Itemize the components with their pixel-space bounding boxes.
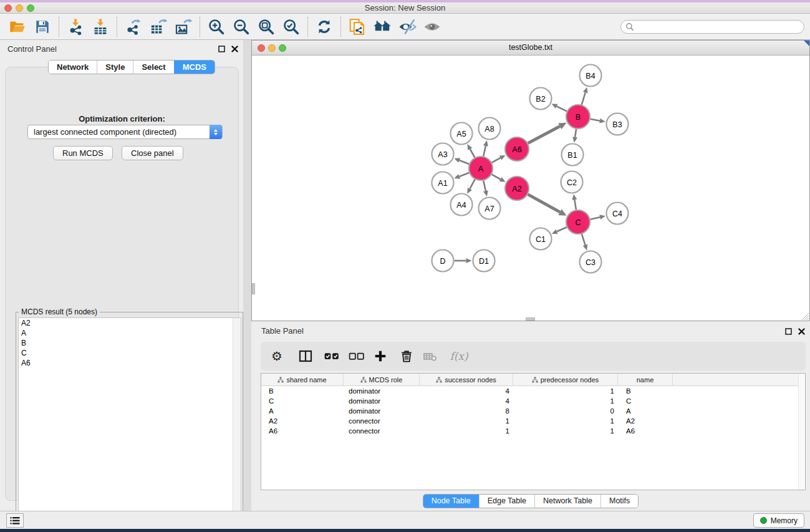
deselect-all-rows-button[interactable] [346, 345, 367, 367]
table-cell[interactable]: A6 [618, 426, 673, 436]
table-cell[interactable]: 1 [513, 426, 618, 436]
edge-C-C4[interactable] [591, 217, 600, 219]
delete-column-button[interactable] [396, 345, 417, 367]
export-image-button[interactable] [171, 16, 196, 38]
float-panel-icon[interactable] [785, 328, 792, 335]
network-canvas[interactable]: B4B2BB3A8A5A6A3B1AC2A1A2A4A7C4CC1C3DD1 [252, 56, 809, 321]
table-tab-edge-table[interactable]: Edge Table [479, 495, 534, 508]
close-panel-icon[interactable] [231, 46, 238, 52]
edge-A-A1[interactable] [460, 173, 470, 177]
table-cell[interactable]: 0 [513, 406, 618, 416]
save-session-button[interactable] [30, 16, 55, 38]
table-cell[interactable]: A [618, 406, 673, 416]
edge-B-B3[interactable] [591, 119, 600, 121]
table-cell[interactable]: B [618, 386, 673, 396]
edge-C-C1[interactable] [557, 227, 567, 231]
column-visibility-button[interactable] [295, 345, 316, 367]
table-scrollbar[interactable] [798, 374, 805, 490]
table-cell[interactable]: 1 [513, 416, 618, 426]
clone-network-button[interactable] [345, 16, 370, 38]
edge-A-A4[interactable] [470, 180, 475, 189]
table-tab-network-table[interactable]: Network Table [534, 495, 600, 508]
horizontal-scroll-thumb[interactable] [526, 317, 535, 321]
mcds-result-list[interactable]: A2ABCA6 [18, 317, 241, 521]
column-header-name[interactable]: name [618, 374, 673, 385]
edge-A-A7[interactable] [483, 181, 486, 191]
control-tab-style[interactable]: Style [97, 60, 133, 74]
result-list-item[interactable]: A [19, 328, 241, 338]
table-cell[interactable]: dominator [344, 406, 420, 416]
table-cell[interactable]: 4 [420, 386, 513, 396]
zoom-out-button[interactable] [229, 16, 254, 38]
add-column-button[interactable] [370, 345, 391, 367]
close-panel-button[interactable]: Close panel [122, 146, 183, 160]
edge-A-A2[interactable] [492, 175, 501, 180]
edge-A-A3[interactable] [460, 160, 470, 164]
edge-A-A8[interactable] [483, 146, 486, 157]
result-list-item[interactable]: C [19, 348, 241, 358]
refresh-layout-button[interactable] [312, 16, 337, 38]
open-file-button[interactable] [5, 16, 30, 38]
cyndex-browse-button[interactable] [370, 16, 395, 38]
edge-A-A5[interactable] [470, 149, 475, 158]
edge-B-B1[interactable] [575, 129, 576, 137]
hide-panel-button[interactable] [395, 16, 420, 38]
edge-A2-C[interactable] [528, 195, 561, 212]
table-cell[interactable]: dominator [344, 396, 420, 406]
memory-status-button[interactable]: Memory [753, 513, 804, 528]
vertical-scroll-thumb[interactable] [252, 283, 255, 294]
task-history-button[interactable] [6, 513, 24, 528]
table-cell[interactable]: connector [344, 426, 420, 436]
column-header-shared-name[interactable]: shared name [261, 374, 344, 385]
table-cell[interactable]: A [261, 406, 344, 416]
edge-A-A6[interactable] [492, 158, 501, 162]
edge-C-C3[interactable] [582, 234, 586, 245]
table-cell[interactable]: 1 [513, 396, 618, 406]
export-table-button[interactable] [146, 16, 171, 38]
edge-C-C2[interactable] [574, 200, 576, 210]
search-input[interactable] [620, 20, 804, 34]
network-window-titlebar[interactable]: testGlobe.txt [252, 41, 809, 56]
control-tab-mcds[interactable]: MCDS [174, 60, 215, 74]
column-header-predecessor-nodes[interactable]: predecessor nodes [513, 374, 618, 385]
table-cell[interactable]: dominator [344, 386, 420, 396]
edge-B-B2[interactable] [557, 106, 567, 111]
delete-table-button[interactable] [420, 345, 441, 367]
import-network-button[interactable] [63, 16, 88, 38]
table-cell[interactable]: 8 [420, 406, 513, 416]
table-row[interactable]: A2connector11A2 [261, 416, 805, 426]
table-row[interactable]: Adominator80A [261, 406, 805, 416]
import-table-button[interactable] [88, 16, 113, 38]
result-list-item[interactable]: B [19, 338, 241, 348]
table-cell[interactable]: 1 [420, 426, 513, 436]
column-header-successor-nodes[interactable]: successor nodes [420, 374, 513, 385]
table-row[interactable]: A6connector11A6 [261, 426, 805, 436]
table-cell[interactable]: A2 [261, 416, 344, 426]
result-list-scrollbar[interactable] [233, 318, 241, 521]
table-cell[interactable]: 4 [420, 396, 513, 406]
edge-A6-B[interactable] [528, 126, 560, 143]
zoom-selected-button[interactable] [279, 16, 304, 38]
table-tab-node-table[interactable]: Node Table [423, 495, 479, 508]
table-cell[interactable]: connector [344, 416, 420, 426]
show-panel-button[interactable] [420, 16, 445, 38]
result-list-item[interactable]: A2 [19, 318, 241, 328]
table-cell[interactable]: A2 [618, 416, 673, 426]
table-cell[interactable]: C [261, 396, 344, 406]
control-tab-select[interactable]: Select [133, 60, 173, 74]
zoom-fit-button[interactable] [254, 16, 279, 38]
table-tab-motifs[interactable]: Motifs [600, 495, 638, 508]
table-cell[interactable]: 1 [513, 386, 618, 396]
network-graph[interactable]: B4B2BB3A8A5A6A3B1AC2A1A2A4A7C4CC1C3DD1 [252, 56, 809, 321]
table-row[interactable]: Bdominator41B [261, 386, 805, 396]
table-cell[interactable]: C [618, 396, 673, 406]
export-network-button[interactable] [121, 16, 146, 38]
table-cell[interactable]: 1 [420, 416, 513, 426]
column-header-MCDS-role[interactable]: MCDS role [344, 374, 420, 385]
table-row[interactable]: Cdominator41C [261, 396, 805, 406]
table-cell[interactable]: A6 [261, 426, 344, 436]
close-panel-icon[interactable] [798, 328, 805, 335]
optimization-criterion-select[interactable]: largest connected component (directed) [27, 125, 223, 139]
table-settings-button[interactable]: ⚙ [266, 345, 287, 367]
result-list-item[interactable]: A6 [19, 358, 241, 368]
